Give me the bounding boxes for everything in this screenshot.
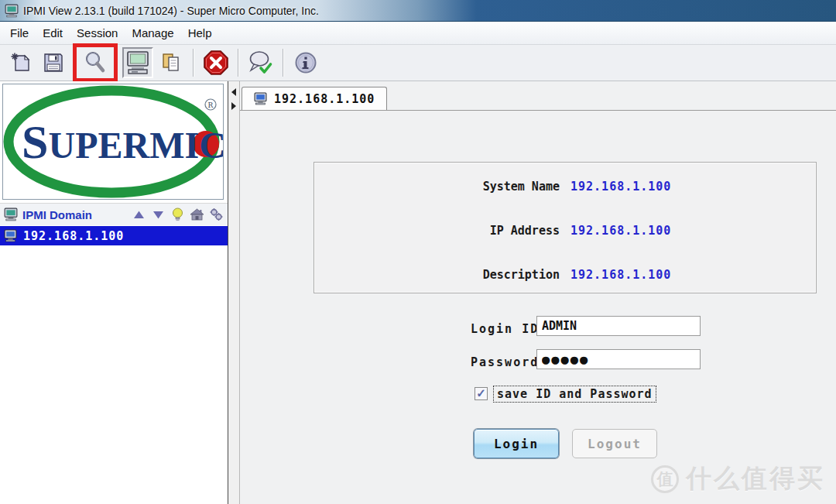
system-name-label: System Name bbox=[314, 180, 560, 194]
bulb-icon[interactable] bbox=[170, 207, 185, 222]
gears-icon[interactable] bbox=[209, 207, 224, 222]
menu-file[interactable]: File bbox=[3, 23, 36, 43]
stop-red-x-icon bbox=[203, 50, 229, 76]
tree-header-label: IPMI Domain bbox=[22, 208, 92, 221]
login-id-input[interactable] bbox=[536, 316, 701, 336]
toolbar-stop-button[interactable] bbox=[201, 48, 231, 77]
search-icon bbox=[83, 50, 108, 75]
toolbar-message-ok-button[interactable] bbox=[246, 48, 276, 77]
description-label: Description bbox=[314, 268, 560, 282]
splitter-collapse-right-icon[interactable] bbox=[231, 102, 236, 110]
ip-address-value: 192.168.1.100 bbox=[570, 224, 671, 238]
menu-help[interactable]: Help bbox=[181, 23, 219, 43]
split-pane-divider[interactable] bbox=[228, 81, 240, 504]
save-icon bbox=[41, 50, 66, 75]
toolbar bbox=[0, 45, 836, 81]
tree-item-host[interactable]: 192.168.1.100 bbox=[0, 226, 228, 245]
save-id-password-checkbox[interactable]: ✓ bbox=[475, 387, 488, 400]
info-row-ip-address: IP Address 192.168.1.100 bbox=[314, 224, 816, 238]
toolbar-new-button[interactable] bbox=[6, 48, 36, 77]
computer-icon bbox=[125, 50, 151, 76]
up-triangle-icon[interactable] bbox=[132, 207, 146, 222]
description-value: 192.168.1.100 bbox=[570, 268, 671, 282]
login-button[interactable]: Login bbox=[474, 429, 559, 458]
tab-label: 192.168.1.100 bbox=[274, 92, 375, 106]
login-id-label: Login ID bbox=[471, 322, 539, 336]
toolbar-separator bbox=[193, 49, 194, 77]
home-icon[interactable] bbox=[190, 207, 204, 222]
toolbar-about-button[interactable] bbox=[291, 48, 320, 77]
password-input[interactable] bbox=[536, 349, 701, 369]
tab-computer-icon bbox=[254, 92, 267, 105]
menu-session[interactable]: Session bbox=[70, 23, 125, 43]
titlebar: IPMI View 2.13.1 (build 171024) - Super … bbox=[0, 0, 836, 22]
host-computer-icon bbox=[4, 229, 17, 242]
tree-header: IPMI Domain bbox=[0, 203, 228, 225]
copy-icon bbox=[159, 50, 183, 75]
info-row-description: Description 192.168.1.100 bbox=[314, 268, 816, 282]
app-monitor-icon bbox=[5, 4, 19, 18]
sidebar: R SUPERMICR IPMI Domain bbox=[0, 81, 228, 504]
menu-manage[interactable]: Manage bbox=[125, 23, 180, 43]
session-panel: 192.168.1.100 System Name 192.168.1.100 … bbox=[240, 81, 836, 504]
supermicro-logo: R SUPERMICR bbox=[2, 84, 224, 200]
check-icon: ✓ bbox=[476, 387, 486, 399]
toolbar-save-button[interactable] bbox=[39, 48, 68, 77]
smzdm-watermark: 值 什么值得买 bbox=[651, 461, 825, 496]
system-name-value: 192.168.1.100 bbox=[570, 180, 671, 194]
toolbar-copy-button[interactable] bbox=[156, 48, 186, 77]
toolbar-machine-button[interactable] bbox=[122, 47, 153, 78]
system-info-panel: System Name 192.168.1.100 IP Address 192… bbox=[314, 162, 817, 293]
domain-computer-icon bbox=[4, 207, 18, 221]
ip-address-label: IP Address bbox=[314, 224, 560, 238]
login-content: System Name 192.168.1.100 IP Address 192… bbox=[240, 111, 836, 504]
save-id-password-label[interactable]: save ID and Password bbox=[493, 386, 656, 403]
svg-text:R: R bbox=[208, 101, 214, 109]
tab-bar: 192.168.1.100 bbox=[240, 81, 836, 111]
info-row-system-name: System Name 192.168.1.100 bbox=[314, 180, 816, 194]
menubar: File Edit Session Manage Help bbox=[0, 22, 836, 45]
toolbar-separator bbox=[283, 49, 284, 77]
info-icon bbox=[293, 50, 318, 75]
svg-text:SUPERMICR: SUPERMICR bbox=[22, 115, 223, 168]
new-file-icon bbox=[9, 50, 33, 75]
smzdm-watermark-text: 什么值得买 bbox=[686, 461, 825, 496]
smzdm-badge-icon: 值 bbox=[651, 465, 679, 493]
search-highlight-box bbox=[73, 43, 118, 82]
ipmi-view-window: IPMI View 2.13.1 (build 171024) - Super … bbox=[0, 0, 836, 504]
window-title: IPMI View 2.13.1 (build 171024) - Super … bbox=[23, 5, 319, 17]
toolbar-search-button[interactable] bbox=[81, 48, 110, 77]
password-label: Password bbox=[471, 355, 539, 369]
menu-edit[interactable]: Edit bbox=[36, 23, 70, 43]
tab-host-session[interactable]: 192.168.1.100 bbox=[242, 87, 387, 110]
tree-item-label: 192.168.1.100 bbox=[23, 229, 124, 243]
toolbar-separator bbox=[238, 49, 239, 77]
logout-button[interactable]: Logout bbox=[572, 429, 657, 458]
main-area: R SUPERMICR IPMI Domain bbox=[0, 81, 836, 504]
chat-check-icon bbox=[248, 50, 274, 76]
down-triangle-icon[interactable] bbox=[151, 207, 166, 222]
splitter-collapse-left-icon[interactable] bbox=[231, 88, 236, 96]
